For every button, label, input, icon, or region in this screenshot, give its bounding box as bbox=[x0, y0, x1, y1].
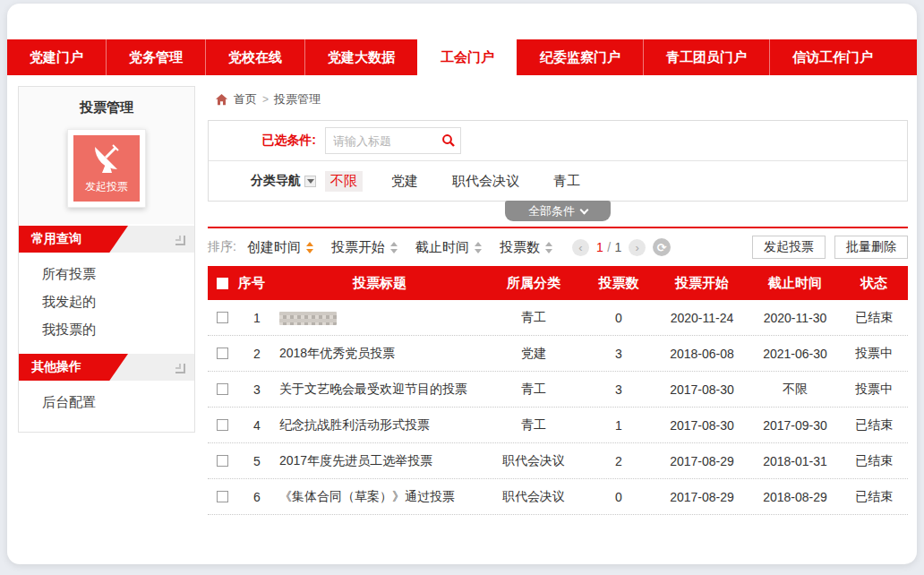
sidebar-header: 投票管理 发起投票 bbox=[19, 87, 194, 224]
category-nav-label-wrap: 分类导航 bbox=[209, 173, 325, 189]
sidebar-section-items-2: 后台配置 bbox=[19, 381, 194, 425]
row-index: 1 bbox=[238, 311, 276, 325]
row-checkbox[interactable] bbox=[217, 455, 228, 467]
row-votes: 3 bbox=[584, 347, 654, 361]
filter-panel: 已选条件: 分类导航 bbox=[208, 120, 908, 202]
sort-option[interactable]: 创建时间 bbox=[247, 239, 313, 256]
row-status: 投票中 bbox=[840, 382, 908, 398]
row-status: 已结束 bbox=[840, 489, 908, 505]
row-end: 不限 bbox=[750, 382, 840, 398]
col-header-end: 截止时间 bbox=[750, 275, 840, 292]
row-end: 2018-08-29 bbox=[750, 490, 840, 504]
row-end: 2017-09-30 bbox=[750, 418, 840, 433]
row-category: 职代会决议 bbox=[483, 453, 584, 469]
action-buttons: 发起投票批量删除 bbox=[743, 236, 908, 259]
nav-tab-6[interactable]: 纪委监察门户 bbox=[517, 39, 643, 75]
nav-tab-1[interactable]: 党建门户 bbox=[7, 39, 106, 75]
category-chip[interactable]: 青工 bbox=[548, 171, 586, 192]
row-start: 2017-08-30 bbox=[654, 382, 750, 397]
nav-tab-7[interactable]: 青工团员门户 bbox=[643, 39, 769, 75]
sort-option-label: 投票数 bbox=[500, 239, 540, 256]
row-start: 2017-08-29 bbox=[654, 454, 750, 468]
row-votes: 0 bbox=[584, 490, 654, 504]
nav-tab-5[interactable]: 工会门户 bbox=[417, 39, 517, 75]
row-checkbox[interactable] bbox=[217, 348, 228, 359]
table-row: 3关于文艺晚会最受欢迎节目的投票青工32017-08-30不限投票中 bbox=[208, 372, 908, 408]
batch-delete-button[interactable]: 批量删除 bbox=[834, 236, 908, 259]
search-icon[interactable] bbox=[441, 133, 456, 151]
sort-arrows-icon bbox=[390, 242, 398, 253]
selected-conditions-label: 已选条件: bbox=[209, 133, 325, 149]
redacted-title bbox=[279, 312, 337, 325]
launch-vote-button[interactable]: 发起投票 bbox=[73, 135, 140, 202]
sidebar-section-title: 其他操作 bbox=[19, 354, 128, 381]
row-title[interactable]: 关于文艺晚会最受欢迎节目的投票 bbox=[276, 382, 483, 398]
all-conditions-label: 全部条件 bbox=[528, 203, 575, 219]
satellite-dish-icon bbox=[89, 135, 124, 180]
sort-arrows-icon bbox=[475, 242, 482, 253]
nav-tab-2[interactable]: 党务管理 bbox=[106, 39, 205, 75]
sort-arrows-icon bbox=[306, 242, 313, 253]
row-end: 2020-11-30 bbox=[750, 311, 840, 325]
row-start: 2020-11-24 bbox=[654, 311, 750, 325]
row-category: 职代会决议 bbox=[483, 489, 584, 505]
row-category: 党建 bbox=[483, 346, 584, 362]
row-title[interactable] bbox=[276, 310, 483, 325]
sidebar-sections: 常用查询所有投票我发起的我投票的其他操作后台配置 bbox=[19, 226, 194, 425]
nav-tab-3[interactable]: 党校在线 bbox=[205, 39, 304, 75]
row-checkbox[interactable] bbox=[217, 419, 228, 431]
sort-option-label: 截止时间 bbox=[415, 239, 469, 256]
collapse-icon[interactable] bbox=[174, 362, 185, 373]
table-row: 6《集体合同（草案）》通过投票职代会决议02017-08-292018-08-2… bbox=[208, 479, 908, 515]
category-nav-label: 分类导航 bbox=[251, 173, 301, 189]
sidebar-section-items-1: 所有投票我发起的我投票的 bbox=[19, 253, 194, 352]
col-header-category: 所属分类 bbox=[483, 275, 584, 292]
nav-tab-4[interactable]: 党建大数据 bbox=[304, 39, 417, 75]
select-all-checkbox[interactable] bbox=[217, 278, 228, 289]
row-title[interactable]: 《集体合同（草案）》通过投票 bbox=[276, 489, 483, 505]
page-current: 1 bbox=[596, 240, 603, 254]
sort-options: 创建时间投票开始截止时间投票数 bbox=[247, 239, 570, 256]
sidebar-item[interactable]: 所有投票 bbox=[42, 260, 194, 288]
col-header-index: 序号 bbox=[238, 275, 276, 292]
refresh-icon[interactable]: ⟳ bbox=[653, 238, 671, 256]
all-conditions-button[interactable]: 全部条件 bbox=[505, 201, 611, 221]
category-chip[interactable]: 职代会决议 bbox=[447, 171, 525, 192]
pagination: ‹ 1 / 1 › ⟳ bbox=[572, 238, 671, 256]
sort-option[interactable]: 投票开始 bbox=[331, 239, 398, 256]
page-total: 1 bbox=[614, 240, 621, 254]
sort-option[interactable]: 截止时间 bbox=[415, 239, 482, 256]
sidebar-item[interactable]: 后台配置 bbox=[42, 388, 194, 416]
row-status: 已结束 bbox=[840, 310, 908, 326]
category-chip[interactable]: 党建 bbox=[386, 171, 424, 192]
row-status: 已结束 bbox=[840, 417, 908, 433]
sidebar-item[interactable]: 我发起的 bbox=[42, 288, 194, 315]
row-votes: 0 bbox=[584, 311, 654, 325]
row-title[interactable]: 2018年优秀党员投票 bbox=[276, 346, 483, 362]
all-conditions-wrap: 全部条件 bbox=[208, 202, 908, 221]
sidebar-item[interactable]: 我投票的 bbox=[42, 315, 194, 343]
row-title[interactable]: 纪念抗战胜利活动形式投票 bbox=[276, 417, 483, 433]
row-index: 2 bbox=[238, 347, 276, 361]
launch-vote-action-button[interactable]: 发起投票 bbox=[752, 236, 826, 259]
row-end: 2018-01-31 bbox=[750, 454, 840, 468]
prev-page-icon[interactable]: ‹ bbox=[572, 239, 589, 256]
row-title[interactable]: 2017年度先进员工选举投票 bbox=[276, 453, 483, 469]
dropdown-icon[interactable] bbox=[304, 176, 316, 187]
row-checkbox[interactable] bbox=[217, 491, 228, 502]
sort-option[interactable]: 投票数 bbox=[500, 239, 552, 256]
sidebar-title: 投票管理 bbox=[19, 99, 194, 116]
sidebar-section-banner-1: 常用查询 bbox=[19, 226, 194, 253]
row-category: 青工 bbox=[483, 382, 584, 398]
row-index: 4 bbox=[238, 418, 276, 433]
next-page-icon[interactable]: › bbox=[629, 239, 646, 256]
row-status: 投票中 bbox=[840, 346, 908, 362]
collapse-icon[interactable] bbox=[174, 234, 185, 245]
category-nav-row: 分类导航 不限党建职代会决议青工 bbox=[209, 161, 907, 201]
category-chip[interactable]: 不限 bbox=[325, 171, 363, 192]
row-checkbox[interactable] bbox=[217, 383, 228, 395]
breadcrumb-home[interactable]: 首页 bbox=[234, 91, 257, 107]
nav-tab-8[interactable]: 信访工作门户 bbox=[769, 39, 895, 75]
content-area: 投票管理 发起投票 常 bbox=[7, 75, 917, 515]
row-checkbox[interactable] bbox=[217, 312, 228, 323]
